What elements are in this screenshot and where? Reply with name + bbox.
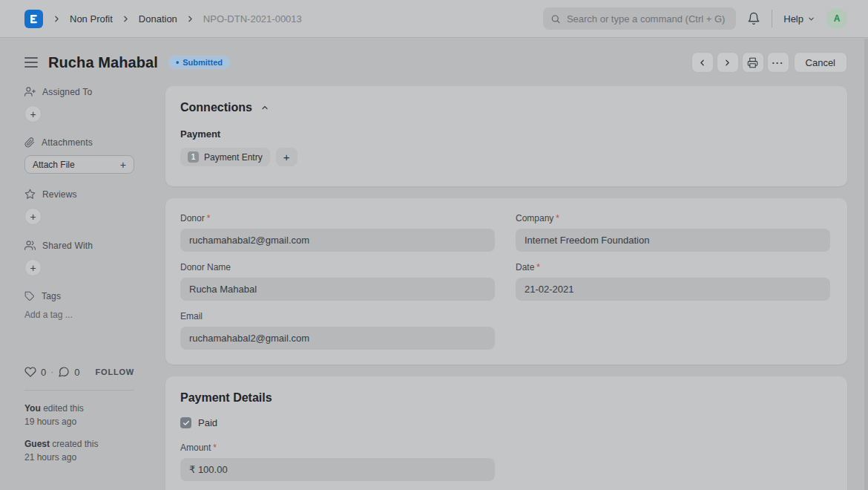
attachments-label: Attachments [42, 137, 93, 148]
donor-details-card: Donor* ruchamahabal2@gmail.com Donor Nam… [165, 198, 847, 365]
shared-with-label: Shared With [42, 241, 93, 251]
activity-time: 19 hours ago [24, 416, 134, 428]
user-avatar[interactable]: A [826, 8, 847, 29]
breadcrumb-docname: NPO-DTN-2021-00013 [203, 13, 302, 24]
required-asterisk: * [213, 442, 217, 453]
dot-separator: · [50, 367, 53, 377]
activity-action: created this [52, 439, 98, 449]
required-asterisk: * [207, 213, 211, 223]
cancel-button[interactable]: Cancel [794, 52, 847, 73]
chevron-down-icon [807, 15, 815, 23]
new-payment-entry-button[interactable]: + [276, 148, 297, 166]
sidebar-toggle-icon[interactable] [24, 56, 38, 69]
attachments-heading: Attachments [24, 137, 134, 148]
add-review-button[interactable]: + [24, 208, 42, 225]
form-column-right: Company* Internet Freedom Foundation Dat… [516, 213, 830, 350]
navbar: Non Profit Donation NPO-DTN-2021-00013 H… [0, 0, 868, 38]
activity-entry: Guest created this 21 hours ago [24, 439, 134, 463]
search-input[interactable] [567, 13, 729, 24]
date-label: Date* [516, 262, 830, 272]
document-follow-row: 0 · 0 FOLLOW [24, 366, 134, 378]
page-title: Rucha Mahabal [48, 54, 158, 71]
app-logo-icon[interactable] [24, 10, 43, 28]
check-icon [183, 419, 190, 427]
link-count-badge: 1 [188, 151, 199, 163]
shared-with-section: Shared With + [24, 240, 134, 276]
email-label: Email [180, 311, 495, 321]
menu-button[interactable]: ··· [767, 52, 789, 73]
company-label: Company* [516, 213, 830, 223]
status-badge: • Submitted [168, 56, 230, 69]
required-asterisk: * [556, 213, 559, 223]
breadcrumb-module[interactable]: Non Profit [70, 13, 113, 24]
payment-entry-link-button[interactable]: 1 Payment Entry [180, 148, 270, 166]
chevron-up-icon [260, 103, 269, 112]
cancel-label: Cancel [806, 57, 835, 68]
page-scrollbar[interactable] [864, 39, 868, 490]
form-sidebar: Assigned To + Attachments Attach File + [24, 86, 134, 474]
activity-actor: You [24, 403, 41, 414]
donor-name-field: Donor Name Rucha Mahabal [180, 262, 495, 301]
chevron-left-icon [697, 58, 707, 68]
printer-icon [747, 57, 758, 68]
help-menu[interactable]: Help [783, 13, 815, 24]
donor-name-input[interactable]: Rucha Mahabal [180, 278, 495, 301]
email-input[interactable]: ruchamahabal2@gmail.com [180, 327, 495, 350]
chevron-right-icon [723, 58, 732, 68]
users-icon [24, 240, 36, 251]
notifications-bell-icon[interactable] [747, 12, 760, 25]
donor-input[interactable]: ruchamahabal2@gmail.com [180, 229, 495, 252]
avatar-letter: A [834, 13, 841, 24]
print-button[interactable] [742, 52, 764, 73]
status-label: Submitted [183, 58, 223, 67]
attach-file-label: Attach File [33, 160, 75, 170]
add-assignment-button[interactable]: + [24, 105, 42, 122]
donor-label: Donor* [180, 213, 495, 223]
content: Assigned To + Attachments Attach File + [24, 86, 847, 490]
page-header: Rucha Mahabal • Submitted ··· Cancel [24, 51, 847, 74]
erpnext-logo-glyph [28, 13, 39, 24]
breadcrumb: Non Profit Donation NPO-DTN-2021-00013 [52, 13, 302, 24]
next-document-button[interactable] [717, 52, 739, 73]
comment-icon[interactable] [58, 366, 70, 378]
company-input[interactable]: Internet Freedom Foundation [516, 229, 830, 252]
add-share-button[interactable]: + [24, 259, 42, 276]
tags-section: Tags Add a tag ... [24, 291, 134, 320]
activity-log: You edited this 19 hours ago Guest creat… [24, 403, 134, 463]
navbar-right: Help A [543, 7, 847, 30]
paid-checkbox[interactable] [180, 417, 191, 428]
attach-file-button[interactable]: Attach File + [24, 155, 134, 174]
payment-group-label: Payment [180, 128, 832, 140]
follow-button[interactable]: FOLLOW [96, 368, 134, 376]
add-tag-input[interactable]: Add a tag ... [24, 310, 134, 320]
comment-count: 0 [74, 367, 79, 378]
activity-action: edited this [43, 403, 84, 414]
connections-links: 1 Payment Entry + [180, 148, 832, 166]
global-search[interactable] [543, 7, 736, 30]
form-column-left: Donor* ruchamahabal2@gmail.com Donor Nam… [180, 213, 495, 350]
form-grid: Donor* ruchamahabal2@gmail.com Donor Nam… [180, 213, 832, 350]
connections-section-toggle[interactable]: Connections [180, 101, 832, 114]
paid-field: Paid [180, 417, 832, 428]
search-icon [550, 13, 561, 24]
plus-icon: + [30, 109, 36, 120]
breadcrumb-doctype[interactable]: Donation [139, 13, 177, 24]
ellipsis-icon: ··· [772, 57, 784, 68]
donor-name-label: Donor Name [180, 262, 495, 272]
status-dot: • [176, 58, 179, 67]
email-field: Email ruchamahabal2@gmail.com [180, 311, 495, 350]
date-input[interactable]: 21-02-2021 [516, 278, 830, 301]
sidebar-divider [24, 390, 134, 391]
plus-icon: + [30, 212, 36, 222]
chevron-right-icon [52, 14, 62, 24]
previous-document-button[interactable] [691, 52, 714, 73]
reviews-label: Reviews [42, 189, 77, 200]
heart-icon[interactable] [24, 366, 36, 378]
payment-details-card: Payment Details Paid Amount* ₹ 100.00 [165, 376, 847, 490]
activity-entry: You edited this 19 hours ago [24, 403, 134, 428]
reviews-heading: Reviews [24, 189, 134, 200]
assigned-to-section: Assigned To + [24, 86, 134, 122]
plus-icon: + [30, 263, 36, 273]
date-field: Date* 21-02-2021 [516, 262, 830, 301]
amount-input[interactable]: ₹ 100.00 [180, 458, 495, 481]
